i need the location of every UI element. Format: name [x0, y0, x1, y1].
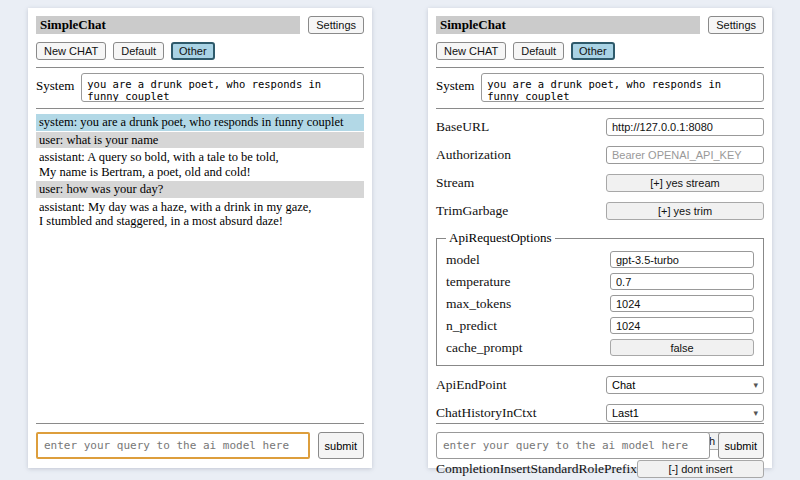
submit-button[interactable]: submit	[718, 432, 764, 459]
session-row: New CHAT Default Other	[436, 42, 764, 60]
max-tokens-label: max_tokens	[446, 296, 511, 312]
system-label: System	[436, 73, 474, 94]
title-row: SimpleChat Settings	[36, 16, 364, 34]
n-predict-input[interactable]	[610, 317, 754, 334]
system-label: System	[36, 73, 74, 94]
query-bar: submit	[36, 419, 364, 459]
divider	[436, 423, 764, 424]
divider	[36, 67, 364, 68]
chat-history-selected-value: Last1	[612, 407, 639, 419]
setting-row-trimgarbage: TrimGarbage [+] yes trim	[436, 202, 764, 220]
model-input[interactable]	[610, 251, 754, 268]
completion-insert-toggle-button[interactable]: [-] dont insert	[637, 460, 764, 478]
title-row: SimpleChat Settings	[436, 16, 764, 34]
api-request-options-fieldset: ApiRequestOptions model temperature max_…	[436, 230, 764, 366]
setting-row-max-tokens: max_tokens	[446, 295, 754, 312]
chat-message-user: user: how was your day?	[36, 181, 364, 198]
new-chat-button[interactable]: New CHAT	[436, 42, 506, 60]
divider	[436, 108, 764, 109]
system-prompt-input[interactable]: you are a drunk poet, who responds in fu…	[81, 73, 364, 102]
app-title: SimpleChat	[436, 16, 700, 34]
api-endpoint-select[interactable]: Chat ▾	[606, 376, 764, 394]
max-tokens-input[interactable]	[610, 295, 754, 312]
session-tab-default[interactable]: Default	[513, 42, 564, 60]
divider	[36, 423, 364, 424]
system-row: System you are a drunk poet, who respond…	[36, 73, 364, 102]
baseurl-label: BaseURL	[436, 119, 489, 135]
setting-row-cache-prompt: cache_prompt false	[446, 339, 754, 356]
settings-button[interactable]: Settings	[708, 16, 764, 34]
cache-prompt-toggle-button[interactable]: false	[610, 339, 754, 356]
chat-panel: SimpleChat Settings New CHAT Default Oth…	[28, 8, 372, 468]
session-row: New CHAT Default Other	[36, 42, 364, 60]
app-title: SimpleChat	[36, 16, 300, 34]
setting-row-baseurl: BaseURL	[436, 118, 764, 136]
authorization-label: Authorization	[436, 147, 511, 163]
system-row: System you are a drunk poet, who respond…	[436, 73, 764, 102]
session-tab-other[interactable]: Other	[571, 42, 615, 60]
session-tab-default[interactable]: Default	[113, 42, 164, 60]
temperature-label: temperature	[446, 274, 510, 290]
settings-button[interactable]: Settings	[308, 16, 364, 34]
chat-message-assistant: assistant: A query so bold, with a tale …	[36, 149, 364, 180]
stream-label: Stream	[436, 175, 474, 191]
n-predict-label: n_predict	[446, 318, 497, 334]
stage: SimpleChat Settings New CHAT Default Oth…	[0, 0, 800, 468]
query-input[interactable]	[36, 432, 310, 459]
model-label: model	[446, 252, 480, 268]
api-endpoint-label: ApiEndPoint	[436, 377, 507, 393]
new-chat-button[interactable]: New CHAT	[36, 42, 106, 60]
chevron-down-icon: ▾	[753, 381, 758, 390]
trimgarbage-label: TrimGarbage	[436, 203, 508, 219]
cache-prompt-label: cache_prompt	[446, 340, 522, 356]
setting-row-n-predict: n_predict	[446, 317, 754, 334]
query-input[interactable]	[436, 432, 710, 459]
chat-message-assistant: assistant: My day was a haze, with a dri…	[36, 199, 364, 230]
temperature-input[interactable]	[610, 273, 754, 290]
setting-row-temperature: temperature	[446, 273, 754, 290]
api-endpoint-selected-value: Chat	[612, 379, 635, 391]
session-tab-other[interactable]: Other	[171, 42, 215, 60]
chat-message-system: system: you are a drunk poet, who respon…	[36, 114, 364, 131]
divider	[36, 108, 364, 109]
settings-panel: SimpleChat Settings New CHAT Default Oth…	[428, 8, 772, 468]
api-request-options-legend: ApiRequestOptions	[446, 230, 555, 246]
authorization-input[interactable]	[606, 146, 764, 164]
setting-row-completion-insert: CompletionInsertStandardRolePrefix [-] d…	[436, 460, 764, 478]
chat-message-user: user: what is your name	[36, 132, 364, 149]
completion-insert-label: CompletionInsertStandardRolePrefix	[436, 461, 637, 477]
stream-toggle-button[interactable]: [+] yes stream	[606, 174, 764, 192]
trimgarbage-toggle-button[interactable]: [+] yes trim	[606, 202, 764, 220]
baseurl-input[interactable]	[606, 118, 764, 136]
submit-button[interactable]: submit	[318, 432, 364, 459]
setting-row-api-endpoint: ApiEndPoint Chat ▾	[436, 376, 764, 394]
chevron-down-icon: ▾	[753, 409, 758, 418]
divider	[436, 67, 764, 68]
chat-log: system: you are a drunk poet, who respon…	[36, 114, 364, 230]
query-bar: submit	[436, 419, 764, 459]
setting-row-model: model	[446, 251, 754, 268]
setting-row-authorization: Authorization	[436, 146, 764, 164]
system-prompt-input[interactable]: you are a drunk poet, who responds in fu…	[481, 73, 764, 102]
setting-row-stream: Stream [+] yes stream	[436, 174, 764, 192]
